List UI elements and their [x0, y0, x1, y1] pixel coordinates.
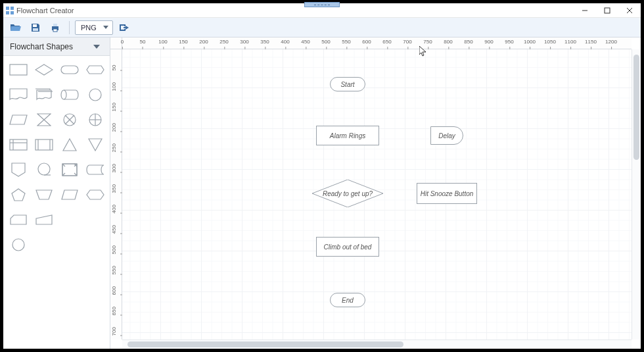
shape-merge[interactable]: [84, 136, 106, 153]
shape-pentagon[interactable]: [7, 186, 29, 203]
palette-collapse-button[interactable]: [90, 40, 103, 53]
svg-rect-5: [605, 8, 610, 13]
ruler-h-tick: 750: [423, 39, 432, 45]
ruler-h-tick: 0: [121, 39, 124, 45]
ruler-h-tick: 1200: [605, 39, 617, 45]
save-icon: [30, 22, 41, 33]
node-alarm[interactable]: Alarm Rings: [316, 126, 379, 145]
scrollbar-thumb-h[interactable]: [127, 341, 403, 347]
shape-extract[interactable]: [58, 136, 80, 153]
shape-or-junction[interactable]: [84, 111, 106, 128]
node-alarm-label: Alarm Rings: [330, 132, 365, 139]
ruler-h-tick: 350: [260, 39, 269, 45]
ruler-h-tick: 250: [219, 39, 228, 45]
shape-stored-data[interactable]: [84, 161, 106, 178]
scrollbar-thumb-v[interactable]: [633, 55, 639, 160]
export-format-select[interactable]: PNG: [75, 20, 113, 35]
window-minimize-button[interactable]: [574, 3, 596, 18]
svg-rect-14: [61, 66, 78, 74]
shape-circle[interactable]: [7, 236, 29, 253]
title-tab-stub[interactable]: [304, 2, 340, 7]
ruler-v-tick: 400: [111, 210, 120, 216]
chevron-down-icon: [103, 26, 108, 29]
ruler-h-tick: 150: [179, 39, 187, 45]
shape-process[interactable]: [7, 61, 29, 78]
svg-point-16: [89, 89, 101, 101]
ruler-h-tick: 1000: [524, 39, 536, 45]
ruler-h-tick: 600: [362, 39, 371, 45]
svg-point-29: [38, 163, 50, 175]
ruler-h-tick: 50: [140, 39, 146, 45]
save-button[interactable]: [27, 20, 44, 36]
shape-manual-input[interactable]: [33, 211, 55, 228]
ruler-h-tick: 400: [281, 39, 289, 45]
ruler-v-tick: 700: [111, 332, 120, 338]
shape-direct-data[interactable]: [58, 86, 80, 103]
shape-predefined-process[interactable]: [33, 136, 55, 153]
shape-loop-limit[interactable]: [58, 186, 80, 203]
ruler-v-tick: 600: [111, 291, 120, 297]
shape-internal-storage[interactable]: [7, 136, 29, 153]
shape-preparation[interactable]: [84, 61, 106, 78]
shape-terminator[interactable]: [58, 61, 80, 78]
window-maximize-button[interactable]: [596, 3, 618, 18]
shape-card[interactable]: [7, 211, 29, 228]
ruler-h-tick: 500: [321, 39, 330, 45]
node-delay[interactable]: Delay: [430, 126, 463, 145]
shape-connector-circle[interactable]: [84, 86, 106, 103]
open-button[interactable]: [7, 20, 24, 36]
shape-document[interactable]: [7, 86, 29, 103]
svg-rect-9: [33, 28, 38, 31]
ruler-h-tick: 700: [403, 39, 411, 45]
shape-multidoc[interactable]: [33, 86, 55, 103]
canvas-viewport[interactable]: Start Alarm Rings Delay Ready to get up?…: [122, 49, 632, 339]
ruler-v-tick: 450: [111, 230, 120, 236]
scrollbar-horizontal[interactable]: [122, 339, 632, 349]
cursor-icon: [419, 46, 427, 57]
svg-rect-1: [11, 7, 14, 10]
shape-display[interactable]: [84, 186, 106, 203]
canvas[interactable]: 0501001502002503003504004505005506006507…: [110, 38, 641, 349]
shape-data-io[interactable]: [7, 111, 29, 128]
ruler-h-tick: 450: [301, 39, 310, 45]
node-snooze[interactable]: Hit Snooze Button: [417, 183, 477, 204]
node-climb[interactable]: Climb out of bed: [316, 237, 379, 257]
ruler-v-tick: 650: [111, 312, 120, 318]
shape-offpage[interactable]: [7, 161, 29, 178]
node-start-label: Start: [340, 81, 354, 88]
node-end[interactable]: End: [330, 293, 365, 307]
export-format-value: PNG: [81, 24, 97, 32]
shape-seq-access[interactable]: [33, 161, 55, 178]
shape-sum-junction[interactable]: [58, 111, 80, 128]
shape-manual-op[interactable]: [33, 186, 55, 203]
ruler-h-tick: 200: [199, 39, 208, 45]
shape-alt-process[interactable]: [58, 161, 80, 178]
ruler-h-tick: 650: [382, 39, 391, 45]
window-close-button[interactable]: [618, 3, 641, 18]
ruler-v-tick: 500: [111, 251, 120, 257]
ruler-h-tick: 950: [505, 39, 513, 45]
shape-collate[interactable]: [33, 111, 55, 128]
shape-decision[interactable]: [33, 61, 55, 78]
node-start[interactable]: Start: [330, 77, 365, 91]
node-delay-label: Delay: [438, 132, 455, 139]
ruler-h-tick: 800: [444, 39, 452, 45]
ruler-h-tick: 1150: [585, 39, 597, 45]
svg-point-33: [12, 239, 24, 251]
scrollbar-vertical[interactable]: [632, 49, 641, 339]
ruler-h-tick: 900: [484, 39, 493, 45]
export-button[interactable]: [116, 20, 133, 36]
print-button[interactable]: [47, 20, 64, 36]
svg-rect-23: [10, 139, 27, 150]
node-decision[interactable]: Ready to get up?: [312, 180, 383, 207]
connectors: Yes No After 5 mins: [122, 49, 319, 148]
svg-rect-0: [6, 7, 9, 10]
node-end-label: End: [342, 297, 354, 304]
palette-header[interactable]: Flowchart Shapes: [3, 38, 110, 56]
app-icon: [6, 7, 14, 14]
ruler-v-tick: 100: [111, 88, 120, 93]
ruler-v-tick: 200: [111, 128, 120, 134]
print-icon: [50, 22, 60, 33]
svg-rect-2: [6, 11, 9, 14]
chevron-down-icon: [93, 45, 100, 49]
